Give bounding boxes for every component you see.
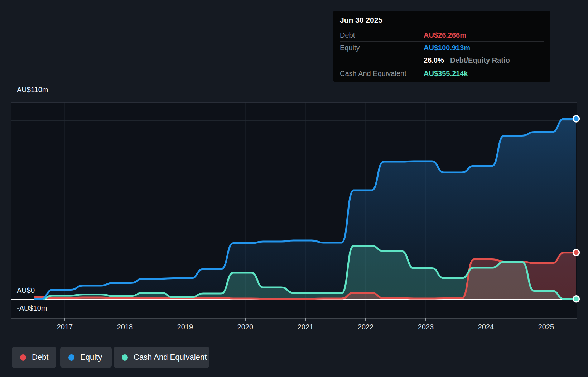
tooltip-row-cash: Cash And Equivalent AU$355.214k [340,67,544,80]
tooltip-cash-label: Cash And Equivalent [340,70,406,78]
x-axis-label-2021: 2021 [298,323,314,331]
tooltip-cash-value: AU$355.214k [424,70,468,78]
equity-dot-icon [68,354,74,361]
equity-endpoint-marker [573,116,579,122]
legend-debt-label: Debt [32,353,48,362]
y-axis-label-0: AU$0 [17,286,35,294]
tooltip-row-ratio: 26.0% Debt/Equity Ratio [340,54,544,67]
legend-cash-label: Cash And Equivalent [134,353,207,362]
legend-equity-label: Equity [80,353,102,362]
page: { "page": { "background": "#151a22", "pl… [0,0,588,377]
x-axis-label-2020: 2020 [237,323,254,331]
tooltip: Jun 30 2025 Debt AU$26.266m Equity AU$10… [333,11,550,82]
tooltip-ratio-value: 26.0% [424,56,444,65]
tooltip-row-debt: Debt AU$26.266m [340,29,544,42]
debt-endpoint-marker [573,249,579,256]
x-axis-label-2017: 2017 [57,323,73,331]
tooltip-equity-label: Equity [340,44,360,52]
cash-dot-icon [122,354,128,361]
y-axis-label-110m: AU$110m [17,86,48,94]
x-axis-label-2025: 2025 [538,323,554,331]
legend-item-equity[interactable]: Equity [60,347,112,368]
x-axis-label-2023: 2023 [418,323,434,331]
cash-endpoint-marker [573,296,579,302]
legend-item-cash[interactable]: Cash And Equivalent [114,347,209,368]
x-axis-label-2024: 2024 [478,323,494,331]
tooltip-row-equity: Equity AU$100.913m [340,42,544,54]
legend-item-debt[interactable]: Debt [12,347,56,368]
tooltip-equity-value: AU$100.913m [424,44,470,52]
y-axis-label-neg10m: -AU$10m [17,304,47,312]
tooltip-debt-label: Debt [340,31,355,39]
x-axis-label-2018: 2018 [117,323,133,331]
tooltip-debt-value: AU$26.266m [424,31,466,39]
x-axis-label-2022: 2022 [358,323,374,331]
debt-dot-icon [20,354,26,361]
tooltip-date: Jun 30 2025 [340,11,544,29]
tooltip-ratio-label: Debt/Equity Ratio [450,56,510,65]
x-axis-label-2019: 2019 [177,323,193,331]
